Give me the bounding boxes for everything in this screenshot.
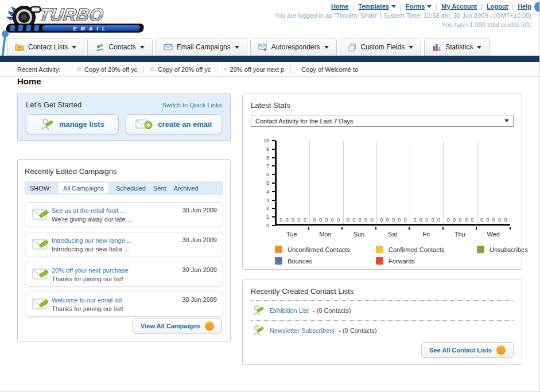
header-link-home[interactable]: Home (331, 3, 349, 10)
x-axis-label: Tue (275, 231, 309, 238)
chart-value-label: 0 (319, 217, 322, 223)
tab-label: Email Campaigns (177, 43, 231, 51)
tab-contacts[interactable]: Contacts (87, 38, 152, 56)
contact-activity-chart: 00000000000000000000000000000000000 TueM… (251, 141, 514, 243)
tab-autoresponders[interactable]: Autoresponders (250, 38, 337, 56)
help-balloon-icon[interactable] (534, 2, 540, 12)
contact-list-link[interactable]: Exhibition List (270, 307, 309, 314)
y-axis-tick-label: 9 (255, 146, 269, 152)
campaign-title-link[interactable]: Welcome to our email list (52, 296, 123, 304)
tab-custom-fields[interactable]: Custom Fields (340, 38, 422, 56)
get-started-title: Let's Get Started (26, 100, 81, 109)
y-axis-tick-label: 0 (255, 223, 269, 228)
campaign-row[interactable]: Welcome to our email list Thanks for joi… (25, 292, 223, 317)
recent-activity-items: Copy of 20% off yc Copy of 20% off yc 20… (71, 66, 364, 73)
latest-stats-title: Latest Stats (251, 101, 514, 110)
header-link-help[interactable]: Help (508, 3, 531, 10)
login-status-text: You are logged in as "Timothy Smith" | S… (275, 12, 531, 19)
bar-chart-icon (432, 42, 441, 52)
tab-email-campaigns[interactable]: Email Campaigns (156, 38, 247, 56)
campaign-subtitle: Introducing our new Italia ... (52, 246, 129, 253)
y-axis-tick-label: 10 (255, 138, 269, 143)
activity-item[interactable]: Copy of 20% off yc (71, 66, 144, 73)
chart-value-label: 0 (498, 217, 501, 223)
chevron-down-icon (140, 46, 145, 49)
filter-archived[interactable]: Archived (174, 185, 199, 192)
contact-list-link[interactable]: Newsletter Subscribers (270, 327, 335, 334)
header-link-forms[interactable]: Forms (396, 3, 432, 10)
filter-all-campaigns[interactable]: All Campaigns (59, 183, 108, 193)
view-all-campaigns-label: View All Campaigns (141, 323, 200, 329)
legend-label: Unsubscribes (490, 246, 528, 253)
campaign-title-link[interactable]: See us at the retail food ... (52, 207, 133, 215)
campaign-row[interactable]: 20% off your next purchase Thanks for jo… (25, 262, 223, 287)
see-all-contact-lists-button[interactable]: See All Contact Lists → (421, 342, 514, 358)
campaign-subtitle: Thanks for joining our list! (52, 275, 123, 282)
create-email-button[interactable]: create an email (126, 114, 222, 134)
x-axis-label: Thu (443, 231, 477, 238)
header-link-my-account[interactable]: My Account (432, 3, 477, 10)
filter-scheduled[interactable]: Scheduled (116, 185, 146, 192)
chart-value-labels: 00000 (310, 217, 343, 223)
chart-value-label: 0 (325, 217, 328, 223)
x-axis-label: Wed (476, 231, 510, 238)
view-all-campaigns-button[interactable]: View All Campaigns → (133, 318, 222, 333)
latest-stats-panel: Latest Stats Contact Activity for the La… (242, 94, 522, 270)
tab-label: Contact Lists (28, 43, 68, 51)
chart-value-label: 0 (286, 217, 289, 223)
tab-statistics[interactable]: Statistics (424, 38, 490, 56)
y-axis-tick (272, 216, 275, 218)
contacts-icon (95, 42, 104, 52)
see-all-contact-lists-label: See All Contact Lists (429, 347, 492, 354)
legend-swatch-icon (477, 246, 484, 253)
person-pencil-icon (252, 304, 265, 317)
activity-item[interactable]: Copy of Welcome to (291, 66, 364, 73)
stats-range-select[interactable]: Contact Activity for the Last 7 Days (251, 115, 514, 127)
switch-quick-links[interactable]: Switch to Quick Links (162, 102, 222, 108)
legend-item: Confirmed Contacts (376, 246, 477, 253)
person-pencil-icon (252, 324, 265, 337)
contact-list-item[interactable]: Newsletter Subscribers - (0 Contacts) (251, 321, 514, 340)
contact-list-item[interactable]: Exhibition List - (0 Contacts) (251, 301, 514, 321)
campaign-row[interactable]: Introducing our new range ... Introducin… (25, 232, 223, 257)
envelope-icon (164, 42, 173, 52)
envelope-pencil-icon (31, 297, 52, 312)
campaign-title-link[interactable]: Introducing our new range ... (52, 236, 132, 244)
header-link-logout[interactable]: Logout (477, 3, 508, 10)
legend-label: Unconfirmed Contacts (288, 246, 350, 253)
chevron-down-icon (477, 46, 481, 49)
header-link-templates[interactable]: Templates (348, 3, 395, 10)
manage-lists-button[interactable]: manage lists (26, 114, 119, 134)
chart-legend: Unconfirmed ContactsConfirmed ContactsUn… (275, 246, 528, 265)
y-axis-tick (272, 149, 275, 150)
chart-day-group: 00000 (477, 141, 510, 224)
x-axis-tick (308, 227, 309, 230)
chart-value-label: 0 (432, 217, 434, 223)
chevron-down-icon (235, 46, 239, 49)
person-pencil-icon (40, 118, 54, 131)
chart-value-label: 0 (392, 217, 395, 223)
chart-value-label: 0 (313, 217, 316, 223)
chart-day-group: 00000 (443, 141, 476, 224)
dashboard-page: TURBO EMAIL Home Templates Forms My Acco… (0, 0, 540, 392)
campaign-row[interactable]: See us at the retail food ... We're givi… (25, 202, 223, 227)
activity-item-label: Copy of 20% off yc (84, 66, 137, 73)
y-axis-tick (272, 191, 275, 192)
chevron-down-icon (409, 46, 413, 49)
x-axis-label: Mon (309, 231, 343, 238)
tab-contact-lists[interactable]: Contact Lists (7, 38, 84, 56)
campaign-date: 30 Jun 2009 (182, 292, 217, 303)
x-axis-tick (442, 227, 444, 230)
stacked-pages-icon (348, 42, 357, 52)
filter-sent[interactable]: Sent (153, 185, 166, 192)
arrow-right-icon: → (496, 346, 506, 355)
activity-item[interactable]: Copy of 20% off yc (144, 66, 217, 73)
campaign-title-link[interactable]: 20% off your next purchase (52, 266, 129, 274)
chart-plot: 00000000000000000000000000000000000 (275, 141, 510, 226)
contact-lists-title: Recently Created Contact Lists (251, 287, 514, 296)
svg-text:EMAIL: EMAIL (73, 26, 110, 32)
tab-label: Contacts (108, 43, 135, 51)
chart-value-label: 0 (331, 217, 334, 223)
activity-item[interactable]: 20% off your next p (217, 66, 291, 73)
envelope-pencil-icon (31, 267, 52, 282)
